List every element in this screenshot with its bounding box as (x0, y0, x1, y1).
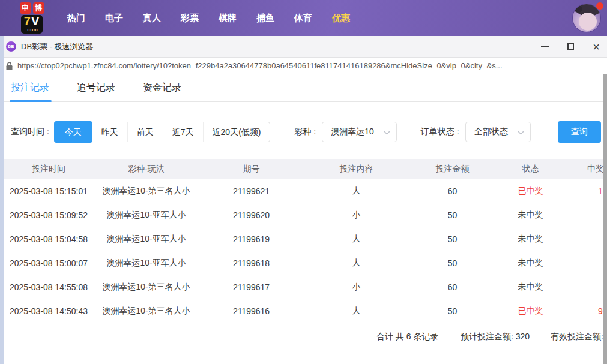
table-row: 2025-03-08 15:09:52澳洲幸运10-亚军大小21199620小5… (4, 203, 607, 227)
lock-icon (6, 62, 13, 70)
cell-issue-number: 21199620 (199, 210, 304, 220)
bet-table: 投注时间彩种-玩法期号投注内容投注金额状态中奖金额 2025-03-08 15:… (4, 159, 607, 323)
table-row: 2025-03-08 14:50:43澳洲幸运10-第三名大小21199616大… (4, 299, 607, 323)
column-header-0: 投注时间 (4, 164, 94, 175)
table-header: 投注时间彩种-玩法期号投注内容投注金额状态中奖金额 (4, 159, 607, 179)
time-option-yesterday[interactable]: 昨天 (92, 122, 127, 142)
table-row: 2025-03-08 15:15:01澳洲幸运10-第三名大小21199621大… (4, 179, 607, 203)
cell-game-play: 澳洲幸运10-第三名大小 (94, 186, 199, 197)
scrollbar[interactable] (603, 74, 607, 364)
browser-favicon-icon: DB (6, 41, 16, 52)
cell-bet-content: 大 (304, 186, 409, 197)
notification-dot (596, 2, 603, 10)
cell-game-play: 澳洲幸运10-第三名大小 (94, 306, 199, 317)
cell-issue-number: 21199618 (199, 258, 304, 268)
cell-issue-number: 21199616 (199, 306, 304, 316)
lottery-select[interactable]: 澳洲幸运10 (322, 122, 397, 142)
minimize-icon (541, 46, 549, 47)
valid-bet-amount: 有效投注金额: (551, 332, 603, 342)
main-nav: 热门电子真人彩票棋牌捕鱼体育优惠 (67, 13, 350, 24)
column-header-6: 中奖金额 (565, 164, 607, 175)
user-avatar[interactable] (572, 4, 602, 34)
cell-game-play: 澳洲幸运10-亚军大小 (94, 234, 199, 245)
table-row: 2025-03-08 15:04:58澳洲幸运10-亚军大小21199619大5… (4, 227, 607, 251)
browser-urlbar[interactable]: https://ctop02pchwp1.zfnc84.com/lottery/… (0, 58, 607, 74)
logo-brand: 7V .com (21, 15, 43, 34)
table-body: 2025-03-08 15:15:01澳洲幸运10-第三名大小21199621大… (4, 179, 607, 323)
url-text: https://ctop02pchwp1.zfnc84.com/lottery/… (17, 61, 603, 70)
cell-bet-time: 2025-03-08 14:50:43 (4, 306, 94, 316)
page-content: 投注记录追号记录资金记录 查询时间 : 今天昨天前天近7天近20天(低频) 彩种… (0, 74, 607, 350)
time-option-last-7-days[interactable]: 近7天 (163, 122, 203, 142)
cell-bet-content: 大 (304, 234, 409, 245)
logo-7: 7 (24, 14, 31, 28)
filter-bar: 查询时间 : 今天昨天前天近7天近20天(低频) 彩种 : 澳洲幸运10 订单状… (11, 121, 607, 143)
cell-bet-content: 大 (304, 306, 409, 317)
nav-item-3[interactable]: 彩票 (181, 13, 199, 24)
time-option-today[interactable]: 今天 (54, 121, 92, 143)
cell-bet-amount: 60 (409, 282, 496, 292)
logo-com: .com (24, 28, 40, 32)
cell-bet-content: 大 (304, 258, 409, 269)
cell-bet-time: 2025-03-08 15:09:52 (4, 210, 94, 220)
cell-issue-number: 21199619 (199, 234, 304, 244)
top-navbar: 申 博 7V .com 热门电子真人彩票棋牌捕鱼体育优惠 (0, 0, 607, 36)
lottery-label: 彩种 : (294, 127, 316, 137)
nav-item-6[interactable]: 体育 (294, 13, 312, 24)
cell-status: 已中奖 (496, 186, 565, 197)
cell-status: 未中奖 (496, 282, 565, 293)
cell-issue-number: 21199617 (199, 282, 304, 292)
cell-status: 未中奖 (496, 210, 565, 221)
nav-item-1[interactable]: 电子 (105, 13, 123, 24)
column-header-4: 投注金额 (409, 164, 496, 175)
cell-bet-content: 小 (304, 210, 409, 221)
window-title: DB彩票 - 极速浏览器 (21, 41, 94, 52)
cell-bet-time: 2025-03-08 15:15:01 (4, 186, 94, 196)
table-row: 2025-03-08 15:00:07澳洲幸运10-亚军大小21199618大5… (4, 251, 607, 275)
total-records: 合计 共 6 条记录 (376, 332, 438, 342)
cell-win-amount: 1 (565, 186, 607, 196)
maximize-button[interactable] (566, 42, 575, 52)
cell-bet-amount: 50 (409, 258, 496, 268)
column-header-3: 投注内容 (304, 164, 409, 175)
column-header-1: 彩种-玩法 (94, 164, 199, 175)
time-range-group: 今天昨天前天近7天近20天(低频) (54, 122, 271, 142)
site-logo[interactable]: 申 博 7V .com (12, 2, 52, 34)
nav-item-7[interactable]: 优惠 (332, 13, 350, 24)
table-row: 2025-03-08 14:55:08澳洲幸运10-第三名大小21199617小… (4, 275, 607, 299)
cell-game-play: 澳洲幸运10-亚军大小 (94, 258, 199, 269)
cell-status: 未中奖 (496, 234, 565, 245)
cell-bet-amount: 50 (409, 210, 496, 220)
cell-game-play: 澳洲幸运10-第三名大小 (94, 282, 199, 293)
maximize-icon (567, 43, 574, 50)
expected-bet-amount: 预计投注金额: 320 (461, 332, 530, 342)
table-footer: 合计 共 6 条记录 预计投注金额: 320 有效投注金额: (0, 323, 607, 350)
logo-red-badges: 申 博 (20, 2, 44, 14)
search-button[interactable]: 查询 (558, 121, 601, 143)
time-option-last-20-days[interactable]: 近20天(低频) (203, 122, 270, 142)
nav-item-4[interactable]: 棋牌 (219, 13, 237, 24)
cell-bet-amount: 50 (409, 306, 496, 316)
status-select[interactable]: 全部状态 (465, 122, 531, 142)
screen: 申 博 7V .com 热门电子真人彩票棋牌捕鱼体育优惠 DB DB彩票 - 极… (0, 0, 607, 364)
cell-bet-time: 2025-03-08 14:55:08 (4, 282, 94, 292)
status-select-value: 全部状态 (474, 127, 508, 137)
minimize-button[interactable] (540, 42, 549, 52)
cell-status: 未中奖 (496, 258, 565, 269)
cell-bet-time: 2025-03-08 15:04:58 (4, 234, 94, 244)
nav-item-2[interactable]: 真人 (143, 13, 161, 24)
tab-chase-records[interactable]: 追号记录 (77, 74, 115, 101)
time-option-day-before[interactable]: 前天 (127, 122, 163, 142)
close-button[interactable]: × (591, 42, 601, 52)
cell-bet-time: 2025-03-08 15:00:07 (4, 258, 94, 268)
window-frame-left (0, 36, 4, 364)
order-status-label: 订单状态 : (421, 127, 459, 137)
cell-status: 已中奖 (496, 306, 565, 317)
nav-item-0[interactable]: 热门 (67, 13, 85, 24)
record-tabs: 投注记录追号记录资金记录 (0, 74, 607, 102)
nav-item-5[interactable]: 捕鱼 (256, 13, 274, 24)
column-header-2: 期号 (199, 164, 304, 175)
time-filter-label: 查询时间 : (11, 127, 49, 137)
tab-bet-records[interactable]: 投注记录 (11, 74, 49, 101)
tab-fund-records[interactable]: 资金记录 (143, 74, 181, 101)
